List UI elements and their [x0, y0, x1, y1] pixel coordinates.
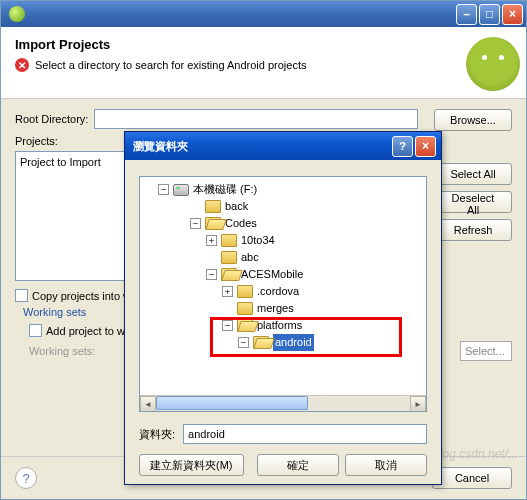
tree-merges[interactable]: merges: [257, 300, 294, 317]
collapse-icon[interactable]: −: [206, 269, 217, 280]
maximize-button[interactable]: □: [479, 4, 500, 25]
folder-open-icon: [237, 319, 253, 332]
folder-icon: [221, 234, 237, 247]
expand-icon[interactable]: +: [222, 286, 233, 297]
workingsets-label: Working sets:: [29, 345, 95, 357]
collapse-icon[interactable]: −: [222, 320, 233, 331]
tree-android-selected[interactable]: android: [273, 334, 314, 351]
browse-cancel-button[interactable]: 取消: [345, 454, 427, 476]
tree-back[interactable]: back: [225, 198, 248, 215]
new-folder-button[interactable]: 建立新資料夾(M): [139, 454, 244, 476]
dialog-message: Select a directory to search for existin…: [35, 59, 306, 71]
dialog-title: Import Projects: [15, 37, 512, 52]
root-directory-label: Root Directory:: [15, 113, 88, 125]
folder-icon: [237, 285, 253, 298]
refresh-button[interactable]: Refresh: [434, 219, 512, 241]
tree-codes[interactable]: Codes: [225, 215, 257, 232]
cancel-button[interactable]: Cancel: [432, 467, 512, 489]
scroll-left-button[interactable]: ◄: [140, 396, 156, 412]
browse-close-button[interactable]: ×: [415, 136, 436, 157]
help-button[interactable]: ?: [15, 467, 37, 489]
folder-tree[interactable]: − 本機磁碟 (F:) back − Codes + 10to: [139, 176, 427, 412]
dialog-header: Import Projects ✕ Select a directory to …: [1, 27, 526, 99]
android-logo-icon: [466, 37, 520, 91]
browse-help-button[interactable]: ?: [392, 136, 413, 157]
folder-open-icon: [205, 217, 221, 230]
tree-drive[interactable]: 本機磁碟 (F:): [193, 181, 257, 198]
tree-aces[interactable]: ACESMobile: [241, 266, 303, 283]
browse-titlebar: 瀏覽資料夾 ? ×: [125, 132, 441, 160]
project-column-header: Project to Import: [20, 156, 101, 168]
folder-input[interactable]: [183, 424, 427, 444]
tree-10to34[interactable]: 10to34: [241, 232, 275, 249]
collapse-icon[interactable]: −: [158, 184, 169, 195]
tree-abc[interactable]: abc: [241, 249, 259, 266]
collapse-icon[interactable]: −: [238, 337, 249, 348]
app-icon: [9, 6, 25, 22]
folder-open-icon: [221, 268, 237, 281]
folder-label: 資料夾:: [139, 427, 175, 442]
folder-open-icon: [253, 336, 269, 349]
tree-platforms[interactable]: platforms: [257, 317, 302, 334]
folder-icon: [237, 302, 253, 315]
browse-folder-dialog: 瀏覽資料夾 ? × − 本機磁碟 (F:) back −: [124, 131, 442, 485]
expand-icon[interactable]: +: [206, 235, 217, 246]
add-workingset-checkbox[interactable]: [29, 324, 42, 337]
deselect-all-button[interactable]: Deselect All: [434, 191, 512, 213]
copy-checkbox[interactable]: [15, 289, 28, 302]
root-directory-input[interactable]: [94, 109, 418, 129]
ok-button[interactable]: 確定: [257, 454, 339, 476]
close-button[interactable]: ×: [502, 4, 523, 25]
scroll-right-button[interactable]: ►: [410, 396, 426, 412]
select-all-button[interactable]: Select All: [434, 163, 512, 185]
browse-button[interactable]: Browse...: [434, 109, 512, 131]
minimize-button[interactable]: –: [456, 4, 477, 25]
drive-icon: [173, 184, 189, 196]
browse-title: 瀏覽資料夾: [133, 139, 188, 154]
horizontal-scrollbar[interactable]: ◄ ►: [140, 395, 426, 411]
tree-cordova[interactable]: .cordova: [257, 283, 299, 300]
main-titlebar: – □ ×: [1, 1, 526, 27]
workingsets-select: Select...: [460, 341, 512, 361]
collapse-icon[interactable]: −: [190, 218, 201, 229]
scroll-thumb[interactable]: [156, 396, 308, 410]
error-icon: ✕: [15, 58, 29, 72]
folder-icon: [205, 200, 221, 213]
folder-icon: [221, 251, 237, 264]
